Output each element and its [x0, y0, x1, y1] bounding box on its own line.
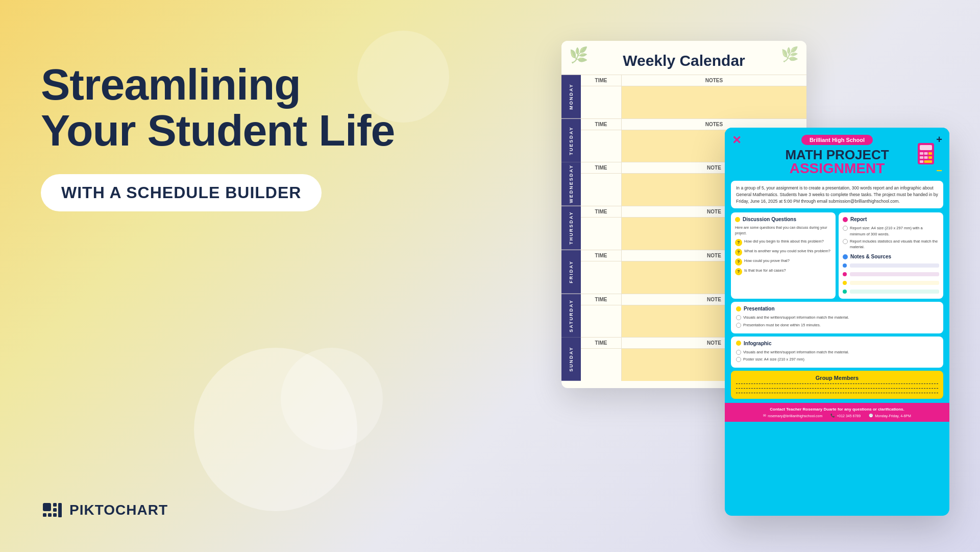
discussion-dot — [735, 217, 740, 222]
list-item: ? How did you begin to think about this … — [735, 238, 831, 246]
list-item: Report size: A4 size (210 x 297 mm) with… — [843, 225, 939, 237]
svg-rect-12 — [920, 156, 923, 159]
subtitle-text: WITH A SCHEDULE BUILDER — [61, 183, 301, 202]
notes-lines — [843, 262, 939, 295]
day-saturday: SATURDAY — [561, 294, 581, 338]
day-sunday: SUNDAY — [561, 338, 581, 381]
subtitle-pill: WITH A SCHEDULE BUILDER — [41, 174, 322, 211]
svg-rect-2 — [48, 513, 52, 517]
svg-rect-4 — [53, 508, 57, 512]
infographic-title: Infographic — [744, 341, 771, 346]
logo-text: PIKTOCHART — [69, 502, 168, 518]
deco-x-icon: ✕ — [732, 134, 741, 147]
contact-hours: 🕐 Monday-Friday, 4-6PM — [869, 414, 911, 418]
report-title: Report — [850, 217, 867, 222]
list-item: Visuals and the written/support informat… — [736, 349, 938, 355]
presentation-section: Presentation Visuals and the written/sup… — [731, 302, 943, 333]
discussion-intro: Here are some questions that you can dis… — [735, 225, 831, 236]
svg-rect-1 — [43, 513, 46, 517]
mp-description: In a group of 5, your assignment is to c… — [731, 181, 943, 208]
wc-deco-left: 🌿 — [569, 46, 588, 64]
footer-contacts: ✉ rosemary@brillianthighschool.com 📞 +01… — [731, 414, 943, 418]
school-label: Brilliant High School — [801, 135, 873, 145]
deco-minus-icon: − — [936, 165, 942, 177]
presentation-title: Presentation — [744, 306, 775, 311]
svg-rect-3 — [53, 503, 57, 507]
left-section: Streamlining Your Student Life WITH A SC… — [41, 61, 408, 211]
group-members-title: Group Members — [736, 375, 938, 381]
list-item: ? What is another way you could solve th… — [735, 248, 831, 256]
day-tuesday: TUESDAY — [561, 119, 581, 162]
contact-phone: 📞 +012 345 6789 — [830, 414, 861, 418]
footer-text: Contact Teacher Rosemary Duarte for any … — [731, 407, 943, 412]
wc-deco-right: 🌿 — [781, 46, 799, 63]
svg-rect-11 — [928, 152, 932, 155]
list-item: ? Is that true for all cases? — [735, 268, 831, 275]
group-members-section: Group Members — [731, 371, 943, 399]
svg-rect-13 — [924, 156, 928, 159]
day-thursday: THURSDAY — [561, 206, 581, 250]
wc-title: Weekly Calendar — [567, 52, 801, 69]
svg-rect-10 — [924, 152, 928, 155]
mp-header: ✕ + − Brilliant High School MATH PROJECT… — [725, 128, 949, 181]
svg-rect-5 — [53, 513, 57, 517]
logo-area: PIKTOCHART — [41, 499, 168, 521]
day-wednesday: WEDNESDAY — [561, 162, 581, 206]
wc-header: 🌿 Weekly Calendar 🌿 — [561, 41, 806, 75]
notes-title: Notes & Sources — [850, 254, 891, 259]
day-monday: MONDAY — [561, 75, 581, 118]
mp-title-line2: ASSIGNMENT — [733, 161, 941, 176]
main-title: Streamlining Your Student Life — [41, 61, 408, 154]
notes-dot — [843, 254, 848, 259]
discussion-title: Discussion Questions — [743, 217, 796, 222]
svg-rect-0 — [43, 503, 51, 511]
list-item: Poster size: A4 size (210 x 297 mm) — [736, 356, 938, 362]
infographic-section: Infographic Visuals and the written/supp… — [731, 337, 943, 368]
infographic-dot — [736, 341, 741, 346]
list-item: Presentation must be done within 15 minu… — [736, 322, 938, 328]
svg-rect-8 — [920, 145, 932, 150]
mp-grid: Discussion Questions Here are some quest… — [731, 212, 943, 299]
bg-circle-2 — [281, 348, 383, 450]
day-friday: FRIDAY — [561, 250, 581, 294]
deco-plus-icon: + — [936, 134, 942, 146]
svg-rect-9 — [920, 152, 923, 155]
svg-rect-16 — [924, 160, 933, 163]
calculator-icon — [917, 142, 935, 165]
svg-rect-15 — [920, 160, 923, 163]
mp-footer: Contact Teacher Rosemary Duarte for any … — [725, 403, 949, 422]
list-item: Report includes statistics and visuals t… — [843, 238, 939, 250]
report-section: Report Report size: A4 size (210 x 297 m… — [839, 212, 943, 299]
documents-area: 🌿 Weekly Calendar 🌿 MONDAY TIME NOTES — [561, 26, 949, 526]
report-dot — [843, 217, 848, 222]
discussion-section: Discussion Questions Here are some quest… — [731, 212, 836, 299]
list-item: Visuals and the written/support informat… — [736, 315, 938, 320]
table-row: MONDAY TIME NOTES — [561, 75, 806, 118]
piktochart-logo-icon — [41, 499, 63, 521]
contact-email: ✉ rosemary@brillianthighschool.com — [763, 414, 822, 418]
math-project-document: ✕ + − Brilliant High School MATH PROJECT… — [725, 128, 949, 516]
svg-rect-6 — [58, 503, 62, 517]
svg-rect-14 — [928, 156, 932, 159]
presentation-dot — [736, 306, 741, 311]
list-item: ? How could you prove that? — [735, 258, 831, 266]
mp-title-line1: MATH PROJECT — [733, 148, 941, 161]
